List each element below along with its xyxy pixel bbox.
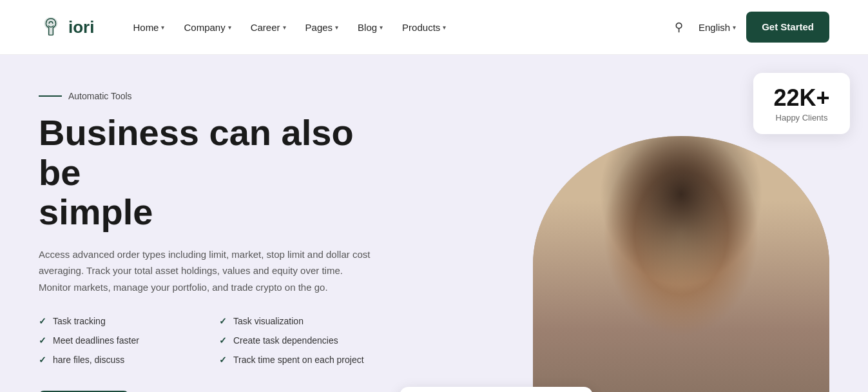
feature-item: ✓ Task visualization: [219, 316, 374, 326]
hero-description: Access advanced order types including li…: [39, 246, 374, 296]
stats-number: 22K+: [771, 84, 832, 112]
language-selector[interactable]: English ▾: [699, 22, 736, 33]
chevron-down-icon: ▾: [161, 24, 164, 31]
nav-pages[interactable]: Pages ▾: [298, 17, 347, 38]
hero-right: 22K+ Happy Clients Albert Flores ★★★★★: [412, 55, 868, 392]
chevron-down-icon: ▾: [733, 24, 736, 31]
nav-career[interactable]: Career ▾: [243, 17, 294, 38]
stats-card: 22K+ Happy Clients: [753, 73, 850, 134]
hero-title: Business can also be simple: [39, 113, 374, 232]
review-card: Albert Flores ★★★★★ Vivamus hendrerit mo…: [400, 387, 593, 392]
feature-item: ✓ Create task dependencies: [219, 335, 374, 346]
hero-person-image: [533, 136, 829, 392]
logo[interactable]: iori: [39, 15, 94, 39]
chevron-down-icon: ▾: [380, 24, 383, 31]
check-icon: ✓: [39, 335, 46, 346]
nav-blog[interactable]: Blog ▾: [350, 17, 391, 38]
features-grid: ✓ Task tracking ✓ Task visualization ✓ M…: [39, 316, 374, 365]
check-icon: ✓: [219, 355, 227, 365]
brand-name: iori: [68, 17, 94, 37]
feature-item: ✓ Track time spent on each project: [219, 355, 374, 365]
nav-actions: ⚲ English ▾ Get Started: [670, 12, 829, 43]
nav-products[interactable]: Products ▾: [394, 17, 454, 38]
check-icon: ✓: [219, 335, 227, 346]
nav-company[interactable]: Company ▾: [176, 17, 238, 38]
search-icon: ⚲: [675, 21, 683, 34]
hero-content: Automatic Tools Business can also be sim…: [0, 55, 412, 392]
get-started-button[interactable]: Get Started: [746, 12, 829, 43]
chevron-down-icon: ▾: [228, 24, 231, 31]
feature-item: ✓ Task tracking: [39, 316, 193, 326]
check-icon: ✓: [39, 355, 46, 365]
check-icon: ✓: [219, 316, 227, 326]
chevron-down-icon: ▾: [335, 24, 338, 31]
chevron-down-icon: ▾: [443, 24, 446, 31]
feature-item: ✓ hare files, discuss: [39, 355, 193, 365]
person-visual: [533, 136, 829, 392]
search-button[interactable]: ⚲: [670, 17, 688, 37]
chevron-down-icon: ▾: [283, 24, 286, 31]
nav-links: Home ▾ Company ▾ Career ▾ Pages ▾ Blog ▾…: [125, 17, 648, 38]
label-line: [39, 95, 62, 97]
nav-home[interactable]: Home ▾: [125, 17, 172, 38]
logo-icon: [39, 15, 63, 39]
hero-label: Automatic Tools: [39, 91, 374, 101]
stats-label: Happy Clients: [771, 113, 832, 122]
feature-item: ✓ Meet deadlines faster: [39, 335, 193, 346]
hero-section: Automatic Tools Business can also be sim…: [0, 55, 868, 392]
check-icon: ✓: [39, 316, 46, 326]
navbar: iori Home ▾ Company ▾ Career ▾ Pages ▾ B…: [0, 0, 868, 55]
